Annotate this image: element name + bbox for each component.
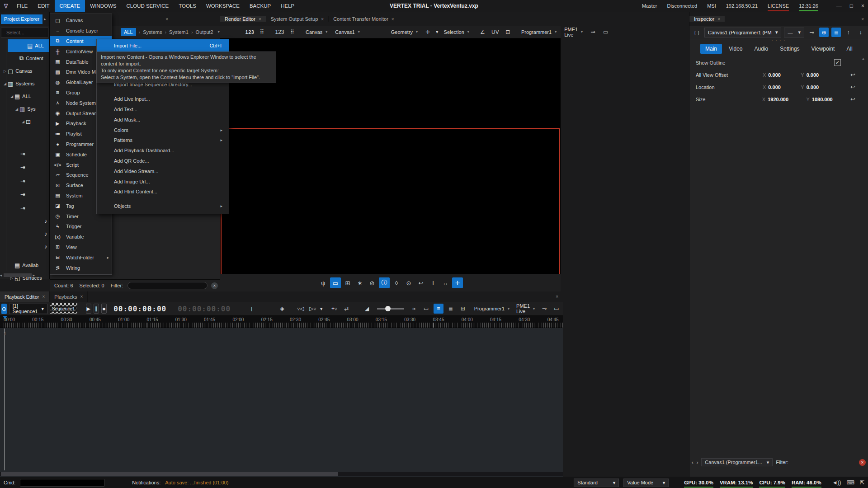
tree-row[interactable]: ⇥ (0, 147, 49, 160)
zoom-fit-icon[interactable]: ▭ (421, 304, 431, 314)
playhead-line[interactable] (5, 328, 5, 470)
scroll-thumb[interactable] (1, 472, 338, 476)
tree-expand-arrow[interactable]: ◢ (20, 120, 26, 124)
menu-bar-item[interactable]: WORKSPACE (201, 0, 245, 12)
tree-row[interactable]: ♪ (0, 240, 49, 253)
canvas-mode-dropdown[interactable]: Canvas▾ (303, 28, 330, 36)
breadcrumb-item[interactable]: Systems (143, 29, 162, 35)
inspector-subtab[interactable]: All (841, 44, 857, 54)
y-value-field[interactable]: 0.000 (807, 72, 839, 78)
render-tool-icon[interactable]: ⊘ (367, 277, 377, 288)
tree-row[interactable]: ⧉ Content (0, 52, 49, 65)
tree-row[interactable]: ▷ ▢ Canvas (0, 65, 49, 77)
create-menu-item[interactable]: ⊞ View (50, 242, 112, 253)
create-menu-item[interactable]: ≶ Wiring (50, 263, 112, 273)
value-mode-dropdown[interactable]: Value Mode▾ (623, 479, 669, 487)
tab-close-icon[interactable]: × (80, 294, 83, 299)
grid-snap-icon[interactable]: ⊞ (458, 304, 468, 314)
tree-row[interactable]: ⇥ (0, 188, 49, 201)
create-menu-item[interactable]: ⊟ WatchFolder ▸ (50, 252, 112, 263)
skew-tool-icon[interactable]: ∠ (478, 27, 487, 37)
breadcrumb-item[interactable]: Output2 (196, 29, 213, 35)
menu-bar-item[interactable]: HELP (276, 0, 299, 12)
cue-dropdown-icon[interactable]: ▾ (320, 306, 323, 312)
track-list-icon[interactable]: ≡ (434, 304, 443, 314)
menu-bar-item[interactable]: TOOLS (174, 0, 201, 12)
nav-back-icon[interactable]: ‹ (692, 460, 693, 465)
render-tool-icon[interactable]: ⊙ (403, 277, 414, 288)
sequence-dropdown[interactable]: [1] Sequence1 ▾ (9, 304, 47, 314)
select-input[interactable]: Select... (1, 28, 48, 38)
stop-button[interactable]: ■ (101, 304, 107, 314)
tree-row[interactable]: ♪ (0, 215, 49, 227)
y-value-field[interactable]: 1080.000 (812, 97, 850, 102)
inspector-subtab[interactable]: Video (724, 44, 747, 54)
x-value-field[interactable]: 0.000 (768, 84, 801, 90)
render-editor-tab[interactable]: Content Transfer Monitor × (329, 16, 399, 22)
tree-row[interactable]: ⇥ (0, 160, 49, 174)
scroll-left-icon[interactable]: ◂ (0, 273, 2, 277)
submenu-item[interactable]: Add Playback Dashboard... (97, 145, 229, 156)
breadcrumb-root[interactable]: ALL (121, 28, 136, 36)
submenu-item[interactable]: Add Mask... (97, 114, 229, 125)
canvas-select-dropdown[interactable]: Canvas1▾ (333, 28, 362, 36)
grid-view-icon[interactable]: ⠿ (288, 27, 297, 37)
render-tool-icon[interactable]: ✛ (452, 277, 463, 288)
history-dropdown[interactable]: Canvas1 (Programmer1... ▾ (701, 458, 773, 466)
submenu-item[interactable]: Add Video Stream... (97, 166, 229, 176)
follow-selection-icon[interactable]: ⊕ (819, 28, 829, 37)
menu-bar-item[interactable]: CREATE (55, 0, 85, 12)
tab-inspector[interactable]: Inspector × (689, 16, 725, 22)
tree-row[interactable]: ▤ Availab (0, 259, 49, 272)
pme-live-dropdown[interactable]: PME1 Live▾ (562, 26, 585, 38)
volume-knob[interactable] (385, 306, 391, 311)
reset-icon[interactable]: ↩ (850, 71, 855, 78)
nav-up-icon[interactable]: ↑ (844, 28, 853, 37)
render-tool-icon[interactable]: ▭ (330, 277, 341, 288)
close-button[interactable]: × (861, 3, 864, 9)
tree-row[interactable]: ◢ ▥ Systems (0, 77, 49, 90)
pme-live-dropdown[interactable]: PME1 Live▾ (514, 302, 537, 315)
tree-expand-arrow[interactable]: ◢ (2, 82, 8, 86)
menu-bar-item[interactable]: FILE (12, 0, 33, 12)
playback-tab[interactable]: Playback Editor × (0, 291, 50, 302)
inspected-object-dropdown[interactable]: Canvas1 (Programmer1 (PM ▾ (704, 28, 781, 38)
tab-close-icon[interactable]: × (321, 17, 324, 22)
menu-bar-item[interactable]: EDIT (33, 0, 54, 12)
nav-forward-icon[interactable]: › (697, 460, 698, 465)
titlebar-status-item[interactable]: 192.168.50.21 (726, 3, 758, 9)
splitter-handle[interactable]: · · · · (689, 39, 868, 42)
geometry-dropdown[interactable]: Geometry▾ (389, 28, 420, 36)
effects-icon[interactable]: ≈ (409, 304, 419, 314)
tree-row[interactable]: ◢ ▥ Sys (0, 103, 49, 115)
titlebar-status-item[interactable]: MSI (707, 3, 716, 9)
tree-expand-arrow[interactable]: ▷ (2, 69, 8, 73)
uv-mapping-icon[interactable]: UV (491, 27, 500, 37)
tab-close-icon[interactable]: × (717, 17, 720, 22)
safe-frame-icon[interactable]: ◈ (277, 304, 287, 314)
reset-icon[interactable]: ↩ (850, 84, 855, 90)
render-editor-tab[interactable]: Render Editor × (220, 16, 266, 22)
titlebar-status-item[interactable]: LICENSE (768, 3, 789, 9)
render-tool-icon[interactable]: ⓘ (379, 277, 390, 288)
submenu-item[interactable] (101, 92, 224, 92)
titlebar-status-item[interactable]: 12:31:26 (799, 3, 818, 9)
programmer-dropdown[interactable]: Programmer1▾ (472, 305, 512, 312)
thumbnail-view-icon[interactable]: ⠿ (259, 28, 264, 35)
inspector-subtab[interactable]: Main (700, 44, 722, 54)
timeline-hscrollbar[interactable] (0, 472, 563, 476)
prev-cue-icon[interactable]: ▿◁ (296, 304, 306, 314)
shuffle-icon[interactable]: ⇄ (342, 304, 352, 314)
submenu-item[interactable]: Patterns ▸ (97, 135, 229, 145)
sequence-thumbnail[interactable]: Sequence1 (50, 303, 77, 314)
breadcrumb-dropdown-icon[interactable]: ▾ (218, 30, 220, 34)
next-cue-icon[interactable]: ▷▿ (308, 304, 318, 314)
submenu-item[interactable]: Objects ▸ (97, 201, 229, 211)
volume-slider[interactable] (377, 308, 404, 310)
minimize-button[interactable]: — (836, 3, 842, 9)
panel-close-icon[interactable]: × (556, 294, 558, 299)
layer-list-icon[interactable]: ≣ (446, 304, 456, 314)
submenu-item[interactable]: Add Text... (97, 104, 229, 115)
pin-panel-icon[interactable]: ⊸ (588, 27, 598, 37)
create-menu-item[interactable]: (x) Variable (50, 232, 112, 242)
